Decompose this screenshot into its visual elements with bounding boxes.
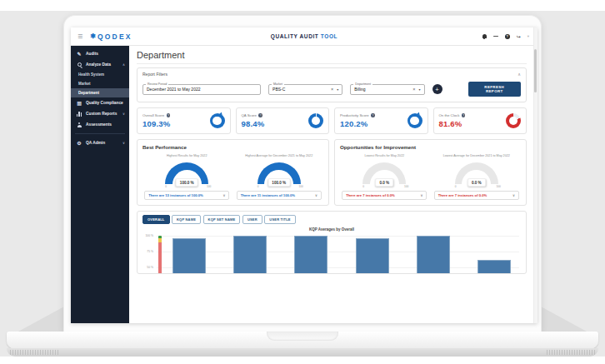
gauge-max-label: 100 [298,185,302,188]
section-title: Best Performance [142,144,323,150]
clear-icon[interactable]: × [412,87,415,92]
chart-tabs: OVERALL KQP NAME KQP SET NAME USER USER … [142,215,521,224]
laptop-base-notch [267,332,338,341]
gauge-block: Highest Average for December 2021 to May… [235,152,324,200]
hamburger-menu-icon[interactable]: ☰ [78,33,82,40]
instances-dropdown[interactable]: There are 11 instances of 100.0% ∨ [237,191,322,200]
donut-gauge [210,113,225,128]
kpi-card-productivity-score: Productivity Score ? 120.2% [334,107,428,134]
dropdown-caret-icon[interactable]: ▾ [419,87,421,92]
messages-icon[interactable] [493,36,498,37]
gauge-subtitle: Highest Results for May 2022 [167,154,207,158]
add-filter-button[interactable]: + [432,84,442,94]
donut-gauge [506,113,521,128]
clear-icon[interactable]: × [331,87,333,92]
sidebar-item-label: Market [78,82,91,86]
best-performance-section: Best Performance Highest Results for May… [137,139,329,206]
sidebar-item-department[interactable]: Department [71,88,129,97]
kpi-label: Overall Score [142,113,164,117]
info-icon[interactable]: ? [258,113,262,117]
review-period-field[interactable]: Review Period December 2021 to May 2022 [142,84,261,95]
instances-dropdown[interactable]: There are 7 instances of 0.0% ∨ [434,191,519,200]
collapse-panel-icon[interactable]: ∧ [518,72,521,77]
page-title: Department [137,50,527,64]
gauge-min-label: 0 [165,185,167,188]
tab-user[interactable]: USER [242,215,262,224]
logo[interactable]: ✱ QODEX [90,32,132,41]
gauge-block: Lowest Results for May 2022 0 100 0.0 % … [340,152,429,200]
field-label: Review Period [146,82,168,86]
tab-user-title[interactable]: USER TITLE [264,215,295,224]
gauge-min-label: 0 [258,185,259,188]
app-title-accent: TOOL [321,33,338,39]
sidebar-item-market[interactable]: Market [71,79,129,88]
gauge-block: Lowest Average for December 2021 to May … [432,152,522,200]
gauge-max-label: 100 [496,185,500,188]
instances-dropdown[interactable]: There are 13 instances of 100.0% ∨ [144,191,229,200]
sidebar-item-label: Custom Reports [86,112,117,116]
info-icon[interactable]: ? [462,113,466,117]
bar [172,238,206,274]
gear-icon: ⚙ [76,140,82,146]
chevron-down-icon[interactable]: ▾ [528,34,529,38]
bar [417,236,450,274]
bar-chart: 100 % 75 % 50 % [142,234,521,274]
kpi-value: 120.2% [340,119,375,128]
tab-overall[interactable]: OVERALL [142,215,170,224]
search-icon [76,62,82,67]
chevron-down-icon: ∨ [512,193,515,197]
chevron-down-icon: ∨ [420,193,422,197]
instances-text: There are 7 instances of 0.0% [346,193,395,197]
vertical-scrollbar[interactable] [533,27,538,323]
tab-kqp-name[interactable]: KQP NAME [172,215,201,224]
app-title-primary: QUALITY AUDIT [271,33,319,39]
instances-text: There are 11 instances of 100.0% [241,193,295,197]
chart-card: OVERALL KQP NAME KQP SET NAME USER USER … [137,211,527,274]
gauge-block: Highest Results for May 2022 0 100 100.0… [142,152,232,200]
market-field[interactable]: Market PBS-C × ▾ [268,84,342,95]
refresh-report-button[interactable]: REFRESH REPORT [468,82,521,97]
help-icon[interactable]: ? [505,34,510,39]
bell-icon[interactable] [482,34,487,38]
field-value: December 2021 to May 2022 [147,87,200,92]
info-icon[interactable]: ? [167,113,171,117]
sidebar-item-analyze-data[interactable]: Analyze Data ∧ [71,59,129,70]
laptop-base-bottom [7,348,598,357]
donut-gauge [308,113,323,128]
laptop-hinge-shadow-right [541,307,587,332]
sidebar-item-health-system[interactable]: Health System [71,70,129,79]
instances-dropdown[interactable]: There are 7 instances of 0.0% ∨ [342,191,427,200]
compliance-icon: ▥ [76,100,82,106]
kpi-label: QA Score [242,113,257,117]
sidebar-item-custom-reports[interactable]: Custom Reports ∨ [71,108,129,119]
logo-text: QODEX [98,32,132,41]
logout-icon[interactable]: ↪ [517,33,521,39]
scrollbar-thumb[interactable] [534,49,537,92]
sidebar-item-assessments[interactable]: Assessments [71,119,129,130]
sidebar-item-audits[interactable]: ✎ Audits [71,48,129,59]
chart-title: KQP Averages by Overall [142,227,521,232]
sidebar-item-qa-admin[interactable]: ⚙ QA Admin ∨ [71,137,129,148]
threshold-scale-bar [158,236,162,274]
y-axis-tick: 50 % [142,266,153,269]
speaker-grill-right [547,350,595,355]
dropdown-caret-icon[interactable]: ▾ [337,87,338,92]
opportunities-section: Opportunities for Improvement Lowest Res… [334,139,527,206]
gauge-subtitle: Lowest Average for December 2021 to May … [443,154,510,158]
bars-container [166,236,518,274]
sidebar-item-quality-compliance[interactable]: ▥ Quality Compliance [71,97,129,108]
kpi-card-qa-score: QA Score ? 98.4% [236,107,330,134]
gauge-min-label: 0 [362,185,364,188]
sidebar-item-label: Quality Compliance [86,101,123,105]
report-filters-title: Report Filters [142,72,168,77]
info-icon[interactable]: ? [371,113,375,117]
chevron-down-icon: ∨ [315,193,318,197]
field-value: PBS-C [272,87,285,92]
sidebar: ✎ Audits Analyze Data ∧ Health System Ma… [71,46,129,323]
header-icons: ? ↪ ▾ [482,33,529,39]
department-field[interactable]: Department Billing × ▾ [350,84,424,95]
kpi-value: 81.6% [439,119,466,128]
tab-kqp-set-name[interactable]: KQP SET NAME [203,215,241,224]
sidebar-item-label: Assessments [86,122,112,127]
sidebar-item-label: QA Admin [86,141,105,145]
